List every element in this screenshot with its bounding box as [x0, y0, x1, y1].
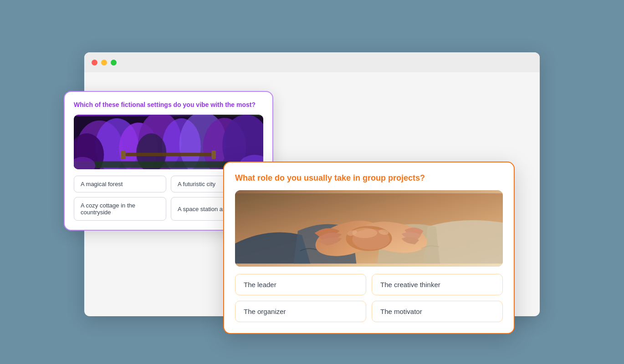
- option-magical-forest[interactable]: A magical forest: [74, 176, 166, 192]
- question-fictional-settings: Which of these fictional settings do you…: [74, 101, 263, 108]
- svg-rect-12: [121, 151, 125, 159]
- question-group-projects: What role do you usually take in group p…: [235, 173, 503, 183]
- quiz-card-group-projects: What role do you usually take in group p…: [223, 162, 515, 334]
- traffic-light-fullscreen[interactable]: [111, 60, 117, 66]
- svg-point-24: [352, 228, 377, 238]
- svg-rect-11: [125, 153, 211, 157]
- option-cozy-cottage[interactable]: A cozy cottage in the countryside: [74, 197, 166, 221]
- hands-illustration: [235, 190, 503, 267]
- browser-titlebar: [84, 52, 540, 72]
- traffic-light-close[interactable]: [92, 60, 97, 66]
- option-motivator[interactable]: The motivator: [372, 301, 503, 322]
- option-organizer[interactable]: The organizer: [235, 301, 366, 322]
- group-projects-options: The leader The creative thinker The orga…: [235, 274, 503, 322]
- group-projects-image: [235, 190, 503, 267]
- fictional-settings-image: [74, 115, 263, 169]
- option-leader[interactable]: The leader: [235, 274, 366, 295]
- svg-rect-13: [212, 151, 216, 159]
- traffic-light-minimize[interactable]: [101, 60, 107, 66]
- option-creative-thinker[interactable]: The creative thinker: [372, 274, 503, 295]
